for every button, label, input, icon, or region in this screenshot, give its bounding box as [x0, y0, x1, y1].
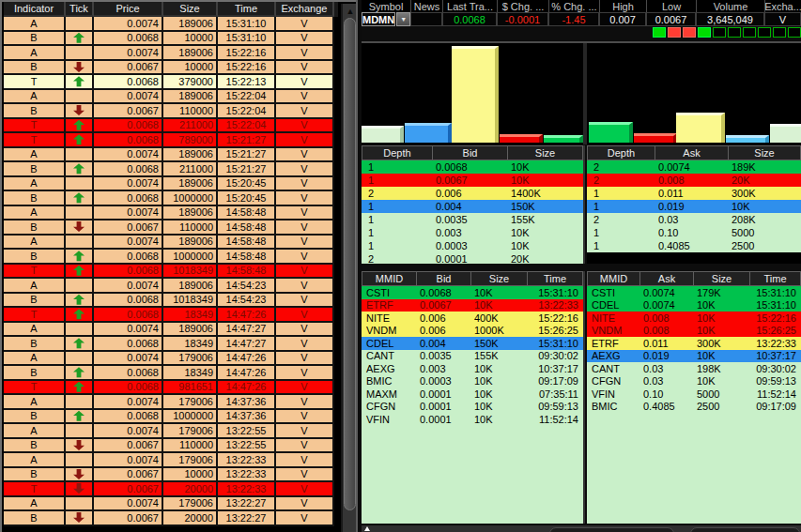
depth-bid-row[interactable]: 20.000120K	[362, 252, 583, 264]
ts-col-header-tick[interactable]: Tick	[66, 2, 94, 17]
mmid-bid-col-header-mmid[interactable]: MMID	[362, 271, 417, 286]
mmid-bid-row[interactable]: CSTI0.006810K15:31:10	[362, 286, 583, 299]
mmid-ask-row[interactable]: CANT0.03198K09:30:02	[587, 362, 801, 375]
depth-ask-row[interactable]: 20.0074189K	[587, 160, 801, 174]
mmid-ask-col-header-ask[interactable]: Ask	[640, 271, 694, 286]
time-sales-row[interactable]: A0.007417900613:22:27V	[4, 497, 338, 512]
mmid-bid-col-header-time[interactable]: Time	[528, 271, 583, 286]
time-sales-row[interactable]: A0.007418900615:22:04V	[4, 90, 338, 105]
depth-ask-row[interactable]: 20.00820K	[587, 174, 801, 187]
time-sales-row[interactable]: T0.0068101834914:58:48V	[4, 265, 338, 280]
time-sales-row[interactable]: B0.006821100015:21:27V	[4, 162, 338, 177]
time-sales-row[interactable]: B0.0068100000014:37:36V	[4, 410, 338, 425]
mmid-bid-row[interactable]: MAXM0.000110K07:35:11	[362, 388, 583, 401]
depth-bid-row[interactable]: 10.006710K	[362, 174, 583, 187]
time-sales-row[interactable]: B0.0068101834914:54:23V	[4, 294, 338, 309]
time-sales-row[interactable]: A0.007418900614:58:48V	[4, 206, 338, 221]
time-sales-scrollbar[interactable]: ▲	[341, 4, 356, 532]
time-sales-row[interactable]: B0.00681834914:47:26V	[4, 366, 338, 381]
depth-bid-row[interactable]: 10.006810K	[362, 160, 583, 174]
mmid-ask-row[interactable]: AEXG0.01910K10:37:17	[587, 350, 801, 363]
time-sales-row[interactable]: A0.007418900615:20:45V	[4, 177, 338, 192]
mmid-ask-row[interactable]: BMIC0.4085250009:17:09	[587, 401, 801, 414]
mmid-bid-col-header-size[interactable]: Size	[471, 271, 528, 286]
time-sales-row[interactable]: A0.007418900614:47:27V	[4, 323, 338, 338]
time-sales-row[interactable]: B0.006711000014:58:48V	[4, 220, 338, 236]
mmid-ask-row[interactable]: CSTI0.0074179K15:31:10	[587, 286, 801, 299]
time-sales-row[interactable]: A0.007418900615:31:10V	[4, 17, 338, 32]
time-sales-row[interactable]: T0.006878900015:21:27V	[4, 133, 338, 148]
ts-col-header-exchange[interactable]: Exchange	[276, 2, 334, 17]
scrollbar-thumb[interactable]	[344, 18, 356, 510]
mmid-bid-row[interactable]: VFIN0.000110K11:52:14	[362, 413, 583, 426]
depth-bid-row[interactable]: 10.00310K	[362, 226, 583, 239]
time-sales-row[interactable]: B0.00681000015:31:10V	[4, 32, 338, 47]
time-sales-row[interactable]: B0.006711000015:22:04V	[4, 104, 338, 119]
mmid-ask-row[interactable]: NITE0.00810K15:22:16	[587, 312, 801, 325]
mmid-bid-row[interactable]: NITE0.006400K15:22:16	[362, 312, 583, 325]
ts-col-header-time[interactable]: Time	[218, 2, 276, 17]
time-sales-row[interactable]: A0.007417900614:47:26V	[4, 352, 338, 367]
time-sales-row[interactable]: B0.0068100000014:58:48V	[4, 250, 338, 265]
depth-bid-col-header-size[interactable]: Size	[508, 145, 583, 160]
depth-bid-col-header-depth[interactable]: Depth	[362, 145, 433, 160]
mmid-ask-row[interactable]: VNDM0.00810K15:26:25	[587, 325, 801, 338]
ts-col-header-price[interactable]: Price	[94, 2, 163, 17]
mmid-bid-row[interactable]: ETRF0.006710K13:22:33	[362, 299, 583, 312]
mmid-bid-row[interactable]: AEXG0.00310K10:37:17	[362, 362, 583, 375]
depth-ask-col-header-size[interactable]: Size	[729, 145, 801, 160]
time-sales-row[interactable]: B0.00671000013:22:33V	[4, 468, 338, 483]
depth-ask-col-header-ask[interactable]: Ask	[655, 145, 729, 160]
time-sales-row[interactable]: A0.007418900615:21:27V	[4, 148, 338, 163]
time-sales-row[interactable]: A0.007417900613:22:33V	[4, 453, 338, 468]
time-sales-row[interactable]: T0.006821100015:22:04V	[4, 119, 338, 134]
time-sales-row[interactable]: A0.007417900614:37:36V	[4, 395, 338, 410]
hscroll-thumb[interactable]	[690, 527, 800, 532]
time-sales-row[interactable]: B0.00672000013:22:27V	[4, 511, 338, 526]
mmid-ask-col-header-time[interactable]: Time	[750, 271, 801, 286]
time-sales-row[interactable]: T0.006837900015:22:13V	[4, 75, 338, 90]
depth-ask-row[interactable]: 10.01910K	[587, 200, 801, 213]
mmid-bid-row[interactable]: BMIC0.000310K09:17:09	[362, 375, 583, 388]
scroll-left-icon[interactable]	[364, 526, 370, 531]
mmid-ask-row[interactable]: ETRF0.011300K13:22:33	[587, 337, 801, 350]
depth-bid-col-header-bid[interactable]: Bid	[433, 145, 508, 160]
depth-ask-row[interactable]: 20.03208K	[587, 213, 801, 226]
chevron-down-icon[interactable]: ▼	[396, 12, 410, 26]
time-sales-row[interactable]: B0.006711000013:22:55V	[4, 439, 338, 454]
symbol-input[interactable]: MDMN	[362, 12, 395, 26]
symbol-combo[interactable]: MDMN▼	[362, 12, 410, 26]
depth-bid-row[interactable]: 10.000310K	[362, 239, 583, 252]
mmid-bid-row[interactable]: CANT0.0035155K09:30:02	[362, 350, 583, 363]
depth-ask-row[interactable]: 10.40852500	[587, 239, 801, 252]
depth-bid-row[interactable]: 10.0035155K	[362, 213, 583, 226]
time-sales-row[interactable]: A0.007417900613:22:55V	[4, 424, 338, 439]
depth-ask-row[interactable]: 10.105000	[587, 226, 801, 239]
mmid-ask-col-header-size[interactable]: Size	[694, 271, 750, 286]
mmid-ask-col-header-mmid[interactable]: MMID	[587, 271, 640, 286]
mmid-bid-col-header-bid[interactable]: Bid	[417, 271, 471, 286]
depth-ask-row[interactable]: 10.011300K	[587, 187, 801, 200]
depth-bid-row[interactable]: 10.004150K	[362, 200, 583, 213]
time-sales-row[interactable]: B0.00671000015:22:16V	[4, 61, 338, 76]
time-sales-row[interactable]: A0.007418900615:22:16V	[4, 46, 338, 61]
depth-ask-col-header-depth[interactable]: Depth	[587, 145, 655, 160]
mmid-bid-row[interactable]: VNDM0.0061000K15:26:25	[362, 325, 583, 338]
time-sales-row[interactable]: B0.0068100000015:20:45V	[4, 191, 338, 206]
time-sales-row[interactable]: T0.006898165114:47:26V	[4, 381, 338, 396]
ts-col-header-indicator[interactable]: Indicator	[4, 2, 66, 17]
bottom-scroll-strip[interactable]	[362, 525, 801, 532]
mmid-bid-row[interactable]: CFGN0.000110K09:59:13	[362, 401, 583, 414]
hscroll-thumb[interactable]	[549, 527, 674, 532]
mmid-ask-row[interactable]: CDEL0.007410K15:31:10	[587, 299, 801, 312]
time-sales-row[interactable]: T0.00681834914:47:26V	[4, 308, 338, 323]
time-sales-row[interactable]: A0.007418900614:54:23V	[4, 279, 338, 294]
time-sales-row[interactable]: A0.007418900614:58:48V	[4, 236, 338, 251]
time-sales-row[interactable]: B0.00681834914:47:27V	[4, 337, 338, 352]
mmid-ask-row[interactable]: VFIN0.10500011:52:14	[587, 388, 801, 401]
depth-bid-row[interactable]: 20.0061400K	[362, 187, 583, 200]
mmid-bid-row[interactable]: CDEL0.004150K15:31:10	[362, 337, 583, 350]
mmid-ask-row[interactable]: CFGN0.0310K09:59:13	[587, 375, 801, 388]
ts-col-header-size[interactable]: Size	[163, 2, 218, 17]
time-sales-row[interactable]: T0.00672000013:22:33V	[4, 482, 338, 497]
